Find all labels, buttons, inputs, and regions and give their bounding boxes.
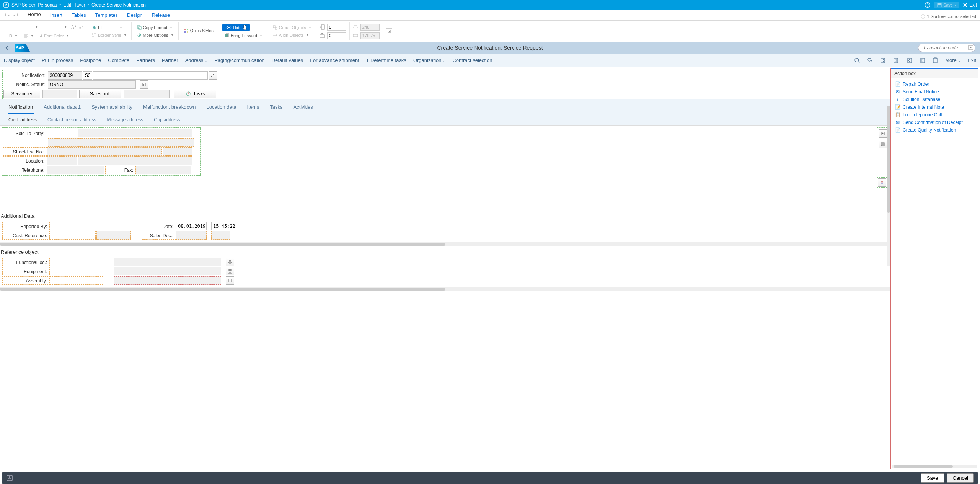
action-box-scrollbar[interactable] bbox=[892, 465, 977, 468]
notification-type[interactable] bbox=[83, 71, 92, 80]
action-create-quality-notification[interactable]: 📄Create Quality Notification bbox=[893, 126, 976, 134]
nav-icon-4[interactable] bbox=[919, 57, 925, 64]
functional-loc-input[interactable] bbox=[50, 258, 103, 266]
action-create-internal-note[interactable]: 📝Create Internal Note bbox=[893, 103, 976, 111]
action-paging[interactable]: Paging/communication bbox=[214, 57, 265, 63]
horizontal-scrollbar-2[interactable] bbox=[0, 287, 890, 291]
cust-reference-input[interactable] bbox=[50, 231, 96, 240]
tab-templates[interactable]: Templates bbox=[91, 10, 122, 20]
serv-order-button[interactable]: Serv.order bbox=[3, 90, 40, 98]
action-default-values[interactable]: Default values bbox=[272, 57, 303, 63]
sold-to-input[interactable] bbox=[47, 129, 77, 137]
main-tab-items[interactable]: Items bbox=[246, 103, 260, 114]
redo-icon[interactable] bbox=[13, 13, 19, 18]
action-send-confirmation[interactable]: ✉Send Confirmation of Receipt bbox=[893, 119, 976, 126]
aspect-lock-button[interactable] bbox=[386, 28, 392, 34]
notification-value[interactable] bbox=[48, 71, 82, 80]
tab-tables[interactable]: Tables bbox=[67, 10, 91, 20]
action-solution-database[interactable]: ℹSolution Database bbox=[893, 96, 976, 103]
font-color-button[interactable]: A Font Color▾ bbox=[38, 33, 71, 39]
notification-edit-icon[interactable] bbox=[209, 71, 217, 80]
sales-ord-value[interactable] bbox=[124, 90, 170, 98]
position-y-input[interactable] bbox=[327, 32, 346, 39]
house-no-input[interactable] bbox=[163, 147, 192, 156]
align-button[interactable]: ▾ bbox=[21, 33, 35, 39]
cust-reference-input2[interactable] bbox=[96, 231, 131, 240]
serv-order-value[interactable] bbox=[42, 90, 77, 98]
increase-font-icon[interactable]: A▴ bbox=[71, 24, 76, 31]
exit-button-top[interactable]: Exit bbox=[962, 2, 977, 8]
fill-button[interactable]: Fill▾ bbox=[90, 24, 124, 31]
horizontal-scrollbar-1[interactable] bbox=[0, 242, 890, 246]
help-icon[interactable] bbox=[925, 2, 931, 8]
group-objects-button[interactable]: Group Objects▾ bbox=[271, 24, 313, 31]
status-info-icon[interactable]: i bbox=[140, 80, 148, 89]
main-tab-location-data[interactable]: Location data bbox=[205, 103, 237, 114]
main-tab-additional-data[interactable]: Additional data 1 bbox=[43, 103, 82, 114]
action-put-in-process[interactable]: Put in process bbox=[42, 57, 73, 63]
position-x-input[interactable] bbox=[327, 24, 346, 31]
action-postpone[interactable]: Postpone bbox=[80, 57, 101, 63]
align-objects-button[interactable]: Align Objects▾ bbox=[271, 32, 311, 38]
back-icon[interactable] bbox=[5, 45, 10, 51]
vertical-scrollbar[interactable] bbox=[887, 106, 890, 266]
sub-tab-contact-address[interactable]: Contact person address bbox=[47, 116, 97, 125]
sales-doc-input[interactable] bbox=[176, 231, 207, 240]
fax-input[interactable] bbox=[136, 166, 191, 174]
action-partner[interactable]: Partner bbox=[162, 57, 178, 63]
tab-design[interactable]: Design bbox=[122, 10, 147, 20]
sub-tab-obj-address[interactable]: Obj. address bbox=[153, 116, 181, 125]
sold-to-line2[interactable] bbox=[48, 138, 194, 147]
search-icon[interactable] bbox=[854, 57, 860, 64]
save-button-top[interactable]: Save ▾ bbox=[934, 2, 959, 8]
action-organization[interactable]: Organization... bbox=[413, 57, 446, 63]
functional-loc-hierarchy-icon[interactable] bbox=[226, 258, 234, 266]
nav-icon-2[interactable] bbox=[893, 57, 899, 64]
undo-icon[interactable] bbox=[4, 13, 10, 18]
bold-button[interactable]: B▾ bbox=[7, 33, 19, 39]
equipment-input[interactable] bbox=[50, 267, 103, 275]
assembly-desc[interactable] bbox=[114, 276, 221, 285]
equipment-desc[interactable] bbox=[114, 267, 221, 275]
notification-desc[interactable] bbox=[93, 71, 208, 80]
main-tab-notification[interactable]: Notification bbox=[8, 103, 34, 114]
sub-tab-cust-address[interactable]: Cust. address bbox=[8, 116, 38, 125]
functional-loc-desc[interactable] bbox=[114, 258, 221, 266]
decrease-font-icon[interactable]: A▾ bbox=[78, 25, 83, 30]
more-options-button[interactable]: More Options▾ bbox=[135, 32, 175, 38]
sales-doc-input2[interactable] bbox=[211, 231, 230, 240]
sales-ord-button[interactable]: Sales ord. bbox=[79, 90, 121, 98]
sub-tab-message-address[interactable]: Message address bbox=[106, 116, 144, 125]
search-next-icon[interactable] bbox=[867, 57, 873, 64]
assembly-info-icon[interactable]: i bbox=[226, 276, 234, 285]
main-tab-malfunction[interactable]: Malfunction, breakdown bbox=[142, 103, 196, 114]
location-city-input[interactable] bbox=[78, 156, 192, 165]
assembly-input[interactable] bbox=[50, 276, 103, 285]
action-contract-selection[interactable]: Contract selection bbox=[452, 57, 492, 63]
action-send-final-notice[interactable]: ✉Send Final Notice bbox=[893, 88, 976, 96]
hide-button[interactable]: Hide ▾ bbox=[222, 24, 250, 31]
transaction-go-icon[interactable] bbox=[968, 44, 974, 51]
font-family-dropdown[interactable] bbox=[7, 24, 39, 31]
street-input[interactable] bbox=[47, 147, 162, 156]
bring-forward-button[interactable]: Bring Forward▾ bbox=[222, 33, 264, 39]
tab-home[interactable]: Home bbox=[23, 9, 46, 20]
tab-release[interactable]: Release bbox=[147, 10, 175, 20]
quick-styles-button[interactable]: Quick Styles bbox=[182, 28, 216, 34]
transaction-code-input[interactable] bbox=[918, 44, 975, 52]
main-tab-tasks[interactable]: Tasks bbox=[269, 103, 283, 114]
tasks-button[interactable]: Tasks bbox=[174, 90, 216, 98]
nav-icon-1[interactable] bbox=[880, 57, 886, 64]
clipboard-icon[interactable] bbox=[932, 57, 938, 64]
action-complete[interactable]: Complete bbox=[108, 57, 129, 63]
time-input[interactable] bbox=[211, 222, 238, 230]
more-dropdown[interactable]: More ⌄ bbox=[945, 57, 961, 63]
action-address[interactable]: Address... bbox=[185, 57, 208, 63]
action-log-telephone-call[interactable]: 📋Log Telephone Call bbox=[893, 111, 976, 119]
equipment-hierarchy-icon[interactable] bbox=[226, 267, 234, 275]
nav-icon-3[interactable] bbox=[906, 57, 912, 64]
location-code-input[interactable] bbox=[47, 156, 77, 165]
font-size-dropdown[interactable] bbox=[42, 24, 68, 31]
telephone-input[interactable] bbox=[47, 166, 104, 174]
action-repair-order[interactable]: 📄Repair Order bbox=[893, 80, 976, 88]
